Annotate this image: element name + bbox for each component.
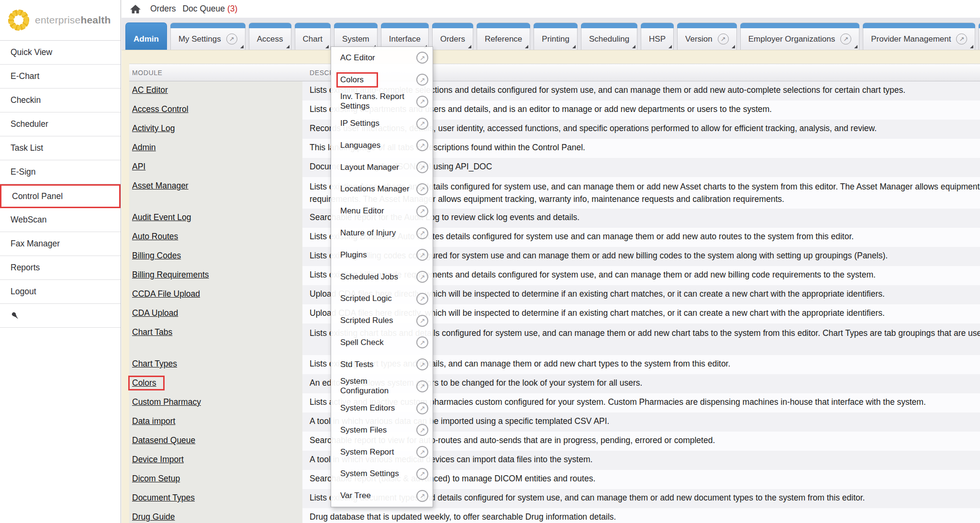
menu-item[interactable]: System Editors ↗ — [331, 397, 433, 419]
popout-icon[interactable]: ↗ — [416, 380, 428, 392]
menu-item[interactable]: Spell Check ↗ — [331, 332, 433, 354]
module-link[interactable]: Colors — [128, 376, 165, 390]
popout-icon[interactable]: ↗ — [416, 249, 428, 261]
popout-icon[interactable]: ↗ — [416, 402, 428, 414]
module-link[interactable]: API — [132, 162, 145, 171]
tab[interactable]: Version ↗ — [677, 22, 737, 50]
module-link[interactable]: Access Control — [132, 104, 189, 114]
tab[interactable]: Provider Management ↗ — [863, 22, 975, 50]
module-link[interactable]: Auto Routes — [132, 232, 178, 241]
popout-icon[interactable]: ↗ — [416, 424, 428, 436]
tab[interactable]: My Settings ↗ — [170, 22, 245, 50]
menu-item[interactable]: Scheduled Jobs ↗ — [331, 266, 433, 288]
tab[interactable]: System — [334, 22, 378, 50]
menu-item[interactable]: Scripted Logic ↗ — [331, 288, 433, 310]
menu-item[interactable]: Colors ↗ — [331, 69, 433, 91]
module-link[interactable]: CCDA File Upload — [132, 289, 200, 299]
menu-item[interactable]: AC Editor ↗ — [331, 47, 433, 69]
menu-item[interactable]: IP Settings ↗ — [331, 112, 433, 134]
tab[interactable]: Printing — [534, 22, 578, 50]
module-link[interactable]: Admin — [132, 143, 156, 152]
sidebar-item[interactable]: Logout — [0, 280, 121, 304]
popout-icon[interactable]: ↗ — [416, 183, 428, 195]
menu-item[interactable]: System Report ↗ — [331, 441, 433, 463]
menu-item[interactable]: Menu Editor ↗ — [331, 200, 433, 222]
popout-icon[interactable]: ↗ — [416, 446, 428, 458]
tab[interactable]: Interface — [381, 22, 429, 50]
popout-icon[interactable]: ↗ — [416, 336, 428, 348]
menu-item[interactable]: Layout Manager ↗ — [331, 156, 433, 178]
module-link[interactable]: Asset Manager — [132, 181, 189, 190]
breadcrumb-doc-queue[interactable]: Doc Queue (3) — [182, 4, 237, 14]
popout-icon[interactable]: ↗ — [416, 118, 428, 130]
menu-item[interactable]: Plugins ↗ — [331, 244, 433, 266]
menu-item[interactable]: Scripted Rules ↗ — [331, 310, 433, 332]
tab[interactable]: Reference — [477, 22, 530, 50]
tab[interactable]: Access — [249, 22, 291, 50]
menu-item[interactable]: Nature of Injury ↗ — [331, 222, 433, 244]
home-icon[interactable] — [129, 3, 142, 15]
menu-item[interactable]: System Files ↗ — [331, 419, 433, 441]
module-link[interactable]: Data import — [132, 416, 175, 426]
popout-icon[interactable]: ↗ — [416, 139, 428, 151]
popout-icon[interactable]: ↗ — [416, 490, 428, 502]
tab[interactable]: Chart — [295, 22, 331, 50]
tab[interactable]: Admin — [125, 22, 167, 50]
popout-icon[interactable]: ↗ — [416, 205, 428, 217]
module-link[interactable]: Chart Tabs — [132, 327, 172, 337]
tab[interactable]: HSP — [641, 22, 674, 50]
sidebar-item[interactable]: WebScan — [0, 208, 121, 232]
popout-icon[interactable]: ↗ — [840, 33, 851, 45]
menu-item[interactable]: Locations Manager ↗ — [331, 178, 433, 200]
sidebar-item[interactable]: E-Sign — [0, 160, 121, 184]
menu-item[interactable]: Languages ↗ — [331, 134, 433, 156]
popout-icon[interactable]: ↗ — [718, 33, 729, 45]
popout-icon[interactable]: ↗ — [416, 161, 428, 173]
pin-icon[interactable] — [11, 311, 20, 321]
popout-icon[interactable]: ↗ — [416, 227, 428, 239]
menu-item[interactable]: Var Tree ↗ — [331, 485, 433, 507]
module-link[interactable]: Dicom Setup — [132, 474, 180, 483]
table-row: Auto Routes Lists existing Datasend Auto… — [129, 228, 980, 247]
popout-icon[interactable]: ↗ — [416, 96, 428, 108]
popout-icon[interactable]: ↗ — [956, 33, 967, 45]
menu-item[interactable]: Inv. Trans. Report Settings ↗ — [331, 91, 433, 113]
sidebar-item[interactable]: Fax Manager — [0, 232, 121, 256]
table-row: Drug Guide Drug database that is updated… — [129, 508, 980, 523]
sidebar-item[interactable]: Quick View — [0, 41, 121, 65]
popout-icon[interactable]: ↗ — [226, 33, 237, 45]
module-link[interactable]: CDA Upload — [132, 308, 178, 318]
module-link[interactable]: Audit Event Log — [132, 212, 191, 222]
module-link[interactable]: Billing Codes — [132, 251, 181, 260]
sidebar-item[interactable]: Scheduler — [0, 112, 121, 136]
sidebar-item[interactable]: Task List — [0, 136, 121, 160]
popout-icon[interactable]: ↗ — [416, 358, 428, 370]
module-link[interactable]: Device Import — [132, 455, 184, 464]
module-link[interactable]: Billing Requirements — [132, 270, 209, 279]
module-link[interactable]: Document Types — [132, 493, 195, 502]
tab[interactable]: Employer Organizations ↗ — [740, 22, 859, 50]
menu-item[interactable]: System Configuration ↗ — [331, 375, 433, 397]
popout-icon[interactable]: ↗ — [416, 468, 428, 480]
popout-icon[interactable]: ↗ — [416, 271, 428, 283]
popout-icon[interactable]: ↗ — [416, 52, 428, 64]
tab[interactable]: Scheduling — [581, 22, 637, 50]
module-link[interactable]: Activity Log — [132, 123, 175, 133]
popout-icon[interactable]: ↗ — [416, 315, 428, 327]
sidebar-item[interactable]: E-Chart — [0, 65, 121, 89]
breadcrumb-orders[interactable]: Orders — [150, 4, 176, 14]
popout-icon[interactable]: ↗ — [416, 74, 428, 86]
module-link[interactable]: Custom Pharmacy — [132, 397, 201, 407]
module-link[interactable]: AC Editor — [132, 85, 168, 95]
menu-item[interactable]: System Settings ↗ — [331, 463, 433, 485]
tab[interactable]: Orders — [432, 22, 473, 50]
sidebar-item[interactable]: Reports — [0, 256, 121, 280]
module-link[interactable]: Datasend Queue — [132, 435, 195, 445]
sidebar-item[interactable]: Checkin — [0, 89, 121, 112]
app-logo[interactable]: enterprisehealth — [0, 0, 121, 41]
module-link[interactable]: Chart Types — [132, 359, 177, 368]
popout-icon[interactable]: ↗ — [416, 293, 428, 305]
sidebar-item[interactable]: Control Panel — [0, 184, 121, 208]
menu-item[interactable]: Std Tests ↗ — [331, 354, 433, 376]
module-link[interactable]: Drug Guide — [132, 512, 175, 522]
